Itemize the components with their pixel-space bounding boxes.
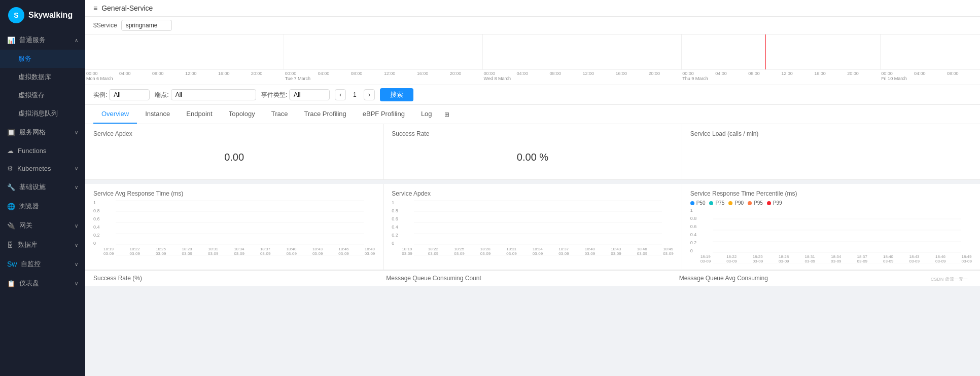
tab-instance[interactable]: Instance: [137, 105, 178, 124]
sidebar-group-functions: ☁ Functions: [0, 142, 85, 160]
prev-page-button[interactable]: ‹: [335, 89, 346, 100]
tab-topology[interactable]: Topology: [221, 105, 263, 124]
bottom-labels-row: Success Rate (%) Message Queue Consuming…: [85, 270, 980, 286]
settings-icon[interactable]: ⊞: [440, 106, 453, 123]
sidebar-group-general-header[interactable]: 📊 普通服务 ∧: [0, 30, 85, 50]
service-apdex-x-labels: 18:1903-0918:2203-0918:2503-0918:2803-09…: [402, 247, 673, 256]
sidebar-item-virtual-mq[interactable]: 虚拟消息队列: [0, 104, 85, 123]
p90-label: P90: [734, 200, 744, 206]
summary-panels: Service Apdex 0.00 Success Rate 0.00 % S…: [85, 124, 980, 180]
avg-response-y-labels: 10.80.60.40.20: [93, 200, 103, 246]
p99-label: P99: [773, 200, 782, 206]
gateway-icon: 🔌: [7, 222, 15, 230]
next-page-button[interactable]: ›: [364, 89, 375, 100]
sidebar-group-gateway-header[interactable]: 🔌 网关 ∨: [0, 216, 85, 235]
chevron-down-icon-k8s: ∨: [75, 166, 78, 171]
sidebar-item-virtual-mq-label: 虚拟消息队列: [18, 109, 58, 117]
tab-log[interactable]: Log: [413, 105, 440, 124]
chevron-down-icon-gw: ∨: [75, 223, 78, 229]
sidebar: S Skywalking 📊 普通服务 ∧ 服务 虚拟数据库 虚拟缓存 虚拟消息…: [0, 0, 85, 376]
response-percentile-x-labels: 18:1903-0918:2203-0918:2503-0918:2803-09…: [701, 254, 972, 264]
sidebar-group-gateway-label: 网关: [19, 221, 32, 230]
sidebar-item-service[interactable]: 服务: [0, 50, 85, 68]
search-button[interactable]: 搜索: [380, 88, 413, 101]
apdex-value: 0.00: [93, 141, 375, 173]
logo-icon: S: [8, 7, 24, 23]
chevron-down-icon-infra: ∨: [75, 184, 78, 190]
logo-text: Skywalking: [28, 11, 73, 20]
sidebar-group-self-monitor-label: 自监控: [21, 259, 41, 269]
sidebar-group-kubernetes-label: Kubernetes: [17, 165, 51, 172]
sidebar-item-virtual-db-label: 虚拟数据库: [18, 73, 51, 81]
mq-count-label: Message Queue Consuming Count: [386, 275, 679, 282]
tab-overview[interactable]: Overview: [93, 105, 137, 124]
success-rate-value: 0.00 %: [392, 141, 673, 173]
sidebar-group-self-monitor-header[interactable]: Sw 自监控 ∨: [0, 254, 85, 274]
sidebar-group-general: 📊 普通服务 ∧ 服务 虚拟数据库 虚拟缓存 虚拟消息队列: [0, 30, 85, 123]
sidebar-item-virtual-db[interactable]: 虚拟数据库: [0, 68, 85, 86]
p75-dot: [709, 201, 713, 205]
browser-icon: 🌐: [7, 203, 15, 210]
chevron-down-icon: ∨: [75, 130, 78, 135]
sidebar-item-virtual-cache[interactable]: 虚拟缓存: [0, 86, 85, 104]
service-load-panel: Service Load (calls / min): [682, 124, 980, 179]
sidebar-group-infrastructure-header[interactable]: 🔧 基础设施 ∨: [0, 177, 85, 197]
avg-response-x-labels: 18:1903-0918:2203-0918:2503-0918:2803-09…: [103, 247, 375, 256]
menu-icon: ≡: [93, 4, 97, 12]
monitor-icon: Sw: [7, 260, 17, 268]
sidebar-group-browser: 🌐 浏览器: [0, 197, 85, 216]
timeline-area: 00:0004:0008:0012:0016:0020:00 Mon 6 Mar…: [85, 34, 980, 85]
content-area: Overview Instance Endpoint Topology Trac…: [85, 105, 980, 376]
chevron-down-icon-sm: ∨: [75, 261, 78, 267]
response-percentile-chart: 10.80.60.40.20 18:1903-0918:2203-0918:25…: [690, 208, 972, 264]
eventtype-select[interactable]: All: [289, 89, 330, 100]
sidebar-item-virtual-cache-label: 虚拟缓存: [18, 91, 45, 99]
legend-p90: P90: [728, 200, 744, 206]
sidebar-group-database-label: 数据库: [18, 240, 38, 249]
timeline-date-thu: Thu 9 March: [682, 76, 880, 81]
chevron-down-icon-db: ∨: [75, 242, 78, 248]
timeline-date-tue: Tue 7 March: [285, 76, 483, 81]
sidebar-group-infrastructure-label: 基础设施: [19, 182, 46, 192]
topbar: ≡ General-Service: [85, 0, 980, 17]
watermark: CSDN @流一无一: [931, 276, 968, 283]
tab-trace-profiling[interactable]: Trace Profiling: [296, 105, 354, 124]
legend-p75: P75: [709, 200, 724, 206]
endpoint-input[interactable]: [171, 89, 256, 100]
main-content: ≡ General-Service $Service springname 00…: [85, 0, 980, 376]
sidebar-group-kubernetes-header[interactable]: ⚙ Kubernetes ∨: [0, 160, 85, 177]
service-apdex-panel: Service Apdex 10.80.60.40.20 18:19: [383, 184, 682, 270]
service-load-title: Service Load (calls / min): [690, 130, 972, 137]
sidebar-group-general-label: 普通服务: [19, 35, 46, 45]
sidebar-group-infrastructure: 🔧 基础设施 ∨: [0, 177, 85, 197]
success-rate-label: Success Rate (%): [93, 275, 386, 282]
chart-row: Service Avg Response Time (ms) 10.80.60.…: [85, 184, 980, 270]
response-percentile-title: Service Response Time Percentile (ms): [690, 190, 972, 197]
timeline-grid: [85, 34, 980, 70]
sidebar-logo: S Skywalking: [0, 0, 85, 30]
apdex-title: Service Apdex: [93, 130, 375, 137]
service-filter-select[interactable]: springname: [121, 20, 172, 31]
sidebar-group-dashboard-header[interactable]: 📋 仪表盘 ∨: [0, 274, 85, 293]
tab-trace[interactable]: Trace: [263, 105, 296, 124]
sidebar-group-browser-label: 浏览器: [19, 202, 39, 211]
sidebar-group-service-mesh: 🔲 服务网格 ∨: [0, 123, 85, 142]
success-rate-panel: Success Rate 0.00 %: [383, 124, 682, 179]
tab-endpoint[interactable]: Endpoint: [178, 105, 220, 124]
timeline-date-mon: Mon 6 March: [86, 76, 284, 81]
sidebar-group-browser-header[interactable]: 🌐 浏览器: [0, 197, 85, 216]
service-filterbar: $Service springname: [85, 17, 980, 34]
sidebar-group-dashboard-label: 仪表盘: [19, 279, 39, 288]
timeline-current-line: [765, 34, 766, 69]
sidebar-group-database-header[interactable]: 🗄 数据库 ∨: [0, 235, 85, 254]
p95-label: P95: [754, 200, 763, 206]
sidebar-group-functions-header[interactable]: ☁ Functions: [0, 142, 85, 160]
timeline-section-fri: [881, 34, 980, 69]
legend-p50: P50: [690, 200, 706, 206]
avg-response-chart: 10.80.60.40.20 18:1903-0918:2203-0918:25…: [93, 200, 375, 256]
tab-ebpf-profiling[interactable]: eBPF Profiling: [355, 105, 413, 124]
instance-select[interactable]: All: [109, 89, 150, 100]
service-apdex-y-labels: 10.80.60.40.20: [392, 200, 402, 246]
legend-p95: P95: [748, 200, 763, 206]
sidebar-group-service-mesh-header[interactable]: 🔲 服务网格 ∨: [0, 123, 85, 142]
